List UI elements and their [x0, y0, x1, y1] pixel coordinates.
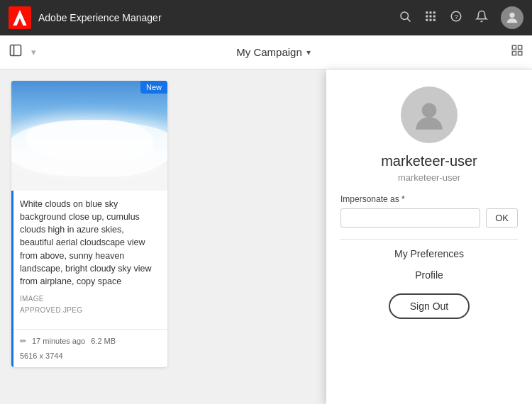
panel-divider: [340, 239, 518, 240]
topbar-icons: ?: [399, 6, 523, 29]
edit-icon: ✏: [20, 337, 26, 346]
svg-point-16: [509, 13, 514, 18]
my-preferences-link[interactable]: My Preferences: [394, 248, 464, 259]
svg-rect-22: [518, 52, 521, 55]
card-filename: APPROVED.JPEG: [20, 305, 159, 316]
sidebar-toggle-icon[interactable]: [9, 43, 23, 61]
asset-card[interactable]: New White clouds on blue sky background …: [11, 81, 167, 367]
view-toggle-icon[interactable]: [511, 44, 523, 60]
svg-rect-13: [433, 18, 436, 21]
topbar-logo: Adobe Experience Manager: [9, 6, 399, 29]
svg-rect-9: [430, 15, 432, 17]
card-footer: ✏ 17 minutes ago 6.2 MB: [11, 335, 167, 352]
user-avatar-large: [401, 86, 458, 143]
search-icon[interactable]: [399, 10, 411, 26]
svg-rect-17: [11, 45, 21, 56]
new-badge: New: [140, 81, 167, 94]
card-filesize: 6.2 MB: [91, 337, 116, 345]
svg-line-4: [407, 18, 410, 21]
card-modified: 17 minutes ago: [32, 337, 85, 345]
svg-rect-21: [512, 52, 516, 55]
campaign-chevron-icon: ▾: [306, 47, 311, 57]
main-content: New White clouds on blue sky background …: [0, 69, 532, 404]
adobe-logo-icon: [9, 6, 31, 29]
svg-rect-20: [518, 45, 521, 49]
impersonate-ok-button[interactable]: OK: [486, 208, 518, 228]
user-panel: marketeer-user marketeer-user Impersonat…: [326, 69, 532, 404]
grid-icon[interactable]: [424, 10, 437, 26]
card-type: IMAGE: [20, 293, 159, 305]
svg-rect-5: [426, 11, 428, 13]
help-icon[interactable]: ?: [450, 10, 462, 26]
card-dimensions: 5616 x 3744: [11, 352, 167, 367]
card-description: White clouds on blue sky background clos…: [20, 198, 159, 288]
chevron-down-small-icon[interactable]: ▾: [31, 47, 36, 57]
svg-rect-19: [512, 45, 516, 49]
bell-icon[interactable]: [475, 10, 488, 26]
svg-rect-7: [433, 11, 436, 13]
card-body: White clouds on blue sky background clos…: [11, 191, 167, 323]
svg-rect-8: [426, 15, 428, 17]
campaign-label: My Campaign: [236, 46, 302, 58]
svg-rect-10: [433, 15, 436, 17]
user-display-name: marketeer-user: [381, 153, 477, 169]
svg-rect-11: [426, 18, 428, 21]
impersonate-input[interactable]: [340, 208, 480, 228]
user-subtitle: marketeer-user: [398, 172, 460, 183]
svg-point-3: [401, 12, 409, 20]
user-avatar[interactable]: [501, 6, 523, 29]
app-title: Adobe Experience Manager: [38, 12, 162, 23]
impersonate-row: OK: [340, 208, 518, 228]
secondbar: ▾ My Campaign ▾: [0, 35, 532, 69]
svg-text:?: ?: [454, 12, 458, 20]
svg-rect-12: [430, 18, 432, 21]
card-image: [11, 81, 167, 191]
impersonate-label: Impersonate as *: [340, 194, 405, 204]
card-divider: [11, 329, 167, 330]
campaign-dropdown[interactable]: My Campaign ▾: [236, 46, 311, 58]
profile-link[interactable]: Profile: [415, 269, 443, 281]
topbar: Adobe Experience Manager ?: [0, 0, 532, 35]
sign-out-button[interactable]: Sign Out: [389, 293, 470, 319]
svg-rect-6: [430, 11, 432, 13]
svg-point-23: [422, 103, 437, 118]
